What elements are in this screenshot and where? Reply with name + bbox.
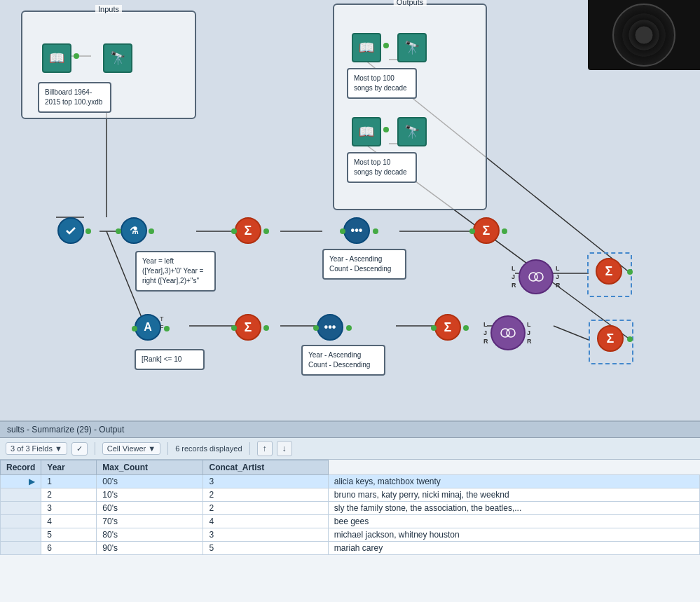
vinyl-decoration: [588, 0, 700, 70]
join-top-J: J: [512, 273, 515, 280]
summarize-final-bottom[interactable]: Σ: [597, 325, 624, 352]
summarize-top2[interactable]: Σ: [473, 217, 500, 244]
workflow-canvas: Inputs 📖 🔭 Billboard 1964-2015 top 100.y…: [0, 0, 700, 420]
conn-filter-out: [164, 326, 170, 331]
fields-button[interactable]: 3 of 3 Fields ▼: [6, 442, 67, 455]
cell-record: 4: [41, 515, 97, 528]
join-bot-Rout: R: [527, 338, 532, 345]
join-bot-L: L: [483, 321, 488, 328]
cell-max-count: 3: [203, 475, 328, 488]
cell-year: 00's: [97, 475, 203, 488]
fields-dropdown-icon: ▼: [55, 444, 62, 453]
conn-sum1-in: [231, 228, 237, 234]
sort-bottom[interactable]: •••: [317, 314, 343, 341]
join-bot-J: J: [483, 329, 487, 336]
cell-year: 60's: [97, 502, 203, 515]
results-toolbar: 3 of 3 Fields ▼ ✓ Cell Viewer ▼ 6 record…: [0, 438, 700, 460]
cell-record: 3: [41, 502, 97, 515]
row-indicator: [1, 515, 41, 528]
filter-label: [Rank] <= 10: [135, 349, 205, 370]
col-year: Year: [41, 460, 97, 475]
results-title-text: sults - Summarize (29) - Output: [7, 425, 124, 435]
input-book-icon: 📖: [42, 43, 71, 73]
join-top-Rout: R: [556, 282, 561, 289]
table-row[interactable]: 690's5mariah carey: [1, 542, 700, 555]
join-top-L: L: [512, 265, 516, 272]
toolbar-divider-2: [167, 442, 168, 455]
join-bot-Lout: L: [527, 321, 531, 328]
data-table: Record Year Max_Count Concat_Artist ▶100…: [0, 460, 700, 555]
conn-sumbot1-out: [263, 325, 269, 331]
cell-max-count: 5: [203, 542, 328, 555]
conn-far-right-out: [627, 269, 633, 275]
summarize-top1[interactable]: Σ: [235, 217, 261, 244]
inputs-group-label: Inputs: [95, 5, 122, 13]
cell-concat-artist: sly the family stone, the association, t…: [328, 502, 699, 515]
col-concat-artist: Concat_Artist: [203, 460, 328, 475]
scroll-down-button[interactable]: ↓: [277, 441, 292, 456]
validate-node[interactable]: [57, 217, 84, 244]
summarize-bot1[interactable]: Σ: [235, 314, 261, 341]
conn-sort-bot-out: [346, 325, 352, 331]
filter-node[interactable]: A: [135, 314, 161, 341]
table-wrapper: Record Year Max_Count Concat_Artist ▶100…: [0, 460, 700, 555]
col-record: Record: [1, 460, 41, 475]
row-indicator: [1, 488, 41, 502]
conn-sort-top-out: [373, 228, 378, 234]
cell-record: 2: [41, 488, 97, 502]
cell-record: 1: [41, 475, 97, 488]
table-row[interactable]: 580's3michael jackson, whitney houston: [1, 528, 700, 542]
conn-final-out: [627, 336, 633, 342]
connector-1: [74, 53, 79, 59]
scroll-up-button[interactable]: ↑: [257, 441, 273, 456]
cell-record: 6: [41, 542, 97, 555]
sort-top[interactable]: •••: [343, 217, 370, 244]
conn-sort-bot-in: [313, 325, 319, 331]
output2-browse-icon: 🔭: [397, 117, 427, 146]
conn-filter-in: [132, 326, 137, 331]
conn-before-formula: [116, 228, 121, 234]
conn-sum2-in: [469, 228, 475, 234]
conn-sum1-out: [263, 228, 269, 234]
formula-label: Year = left ([Year],3)+'0' Year = right …: [135, 251, 216, 292]
filter-T: T: [160, 315, 164, 322]
output2-connector: [383, 127, 389, 132]
output1-book-icon: 📖: [352, 33, 381, 62]
join-top-R: R: [512, 282, 516, 289]
inputs-group: Inputs 📖 🔭 Billboard 1964-2015 top 100.y…: [21, 11, 196, 119]
fields-label: 3 of 3 Fields: [11, 444, 53, 453]
toolbar-divider-1: [95, 442, 95, 455]
output1-browse-icon: 🔭: [397, 33, 427, 62]
cell-concat-artist: bruno mars, katy perry, nicki minaj, the…: [328, 488, 699, 502]
conn-after-formula: [149, 228, 154, 234]
table-row[interactable]: 470's4bee gees: [1, 515, 700, 528]
conn-sort-top-in: [340, 228, 345, 234]
cell-max-count: 2: [203, 502, 328, 515]
cell-concat-artist: alicia keys, matchbox twenty: [328, 475, 699, 488]
formula-node[interactable]: ⚗: [121, 217, 147, 244]
cell-record: 5: [41, 528, 97, 542]
output1-connector: [383, 43, 389, 48]
table-row[interactable]: 210's2bruno mars, katy perry, nicki mina…: [1, 488, 700, 502]
join-bot-R: R: [483, 338, 488, 345]
row-indicator: ▶: [1, 475, 41, 488]
cell-viewer-button[interactable]: Cell Viewer ▼: [102, 442, 160, 455]
toolbar-divider-3: [249, 442, 250, 455]
conn-sumbot1-in: [231, 325, 237, 331]
outputs-group-label: Outputs: [394, 0, 427, 6]
summarize-bot2[interactable]: Σ: [434, 314, 461, 341]
table-header-row: Record Year Max_Count Concat_Artist: [1, 460, 700, 475]
cell-concat-artist: mariah carey: [328, 542, 699, 555]
join-top-Lout: L: [556, 265, 560, 272]
table-row[interactable]: ▶100's3alicia keys, matchbox twenty: [1, 475, 700, 488]
cell-max-count: 3: [203, 528, 328, 542]
checkmark-button[interactable]: ✓: [71, 442, 88, 456]
table-row[interactable]: 360's2sly the family stone, the associat…: [1, 502, 700, 515]
join-bottom[interactable]: [490, 315, 526, 350]
cell-max-count: 2: [203, 488, 328, 502]
summarize-far-right-top[interactable]: Σ: [596, 258, 622, 285]
table-body: ▶100's3alicia keys, matchbox twenty210's…: [1, 475, 700, 555]
svg-point-23: [507, 329, 515, 337]
conn-after-validate: [85, 228, 91, 234]
join-top[interactable]: [519, 259, 554, 294]
